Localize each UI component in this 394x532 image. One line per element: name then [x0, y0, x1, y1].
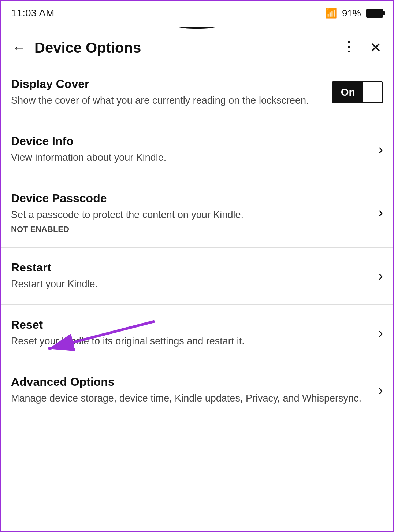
- more-options-button[interactable]: ⋮: [341, 41, 358, 54]
- reset-title: Reset: [11, 318, 371, 332]
- page-header: ← Device Options ⋮ ✕: [1, 32, 393, 64]
- back-arrow-icon: ←: [12, 40, 26, 55]
- swipe-handle-bar: [179, 26, 215, 29]
- display-cover-title: Display Cover: [11, 77, 324, 91]
- display-cover-toggle[interactable]: On: [332, 81, 383, 103]
- restart-chevron: ›: [378, 268, 383, 284]
- more-dots-icon: ⋮: [342, 39, 357, 54]
- advanced-options-title: Advanced Options: [11, 375, 371, 389]
- advanced-options-item[interactable]: Advanced Options Manage device storage, …: [1, 362, 393, 419]
- device-passcode-desc: Set a passcode to protect the content on…: [11, 208, 371, 222]
- settings-list: Display Cover Show the cover of what you…: [1, 64, 393, 419]
- device-passcode-title: Device Passcode: [11, 192, 371, 205]
- battery-icon: [366, 9, 383, 18]
- device-passcode-content: Device Passcode Set a passcode to protec…: [11, 192, 378, 234]
- wifi-icon: 📶: [325, 8, 337, 19]
- chevron-right-icon: ›: [378, 205, 383, 220]
- device-info-chevron: ›: [378, 142, 383, 158]
- status-right: 📶 91%: [325, 8, 383, 19]
- toggle-on-label: On: [333, 82, 363, 102]
- header-left: ← Device Options: [11, 40, 141, 56]
- reset-chevron: ›: [378, 325, 383, 341]
- display-cover-desc: Show the cover of what you are currently…: [11, 94, 324, 108]
- page-title: Device Options: [34, 40, 141, 56]
- device-passcode-item[interactable]: Device Passcode Set a passcode to protec…: [1, 178, 393, 248]
- chevron-right-icon: ›: [378, 142, 383, 157]
- display-cover-content: Display Cover Show the cover of what you…: [11, 77, 332, 108]
- display-cover-toggle-container: On: [332, 81, 383, 103]
- chevron-right-icon: ›: [378, 268, 383, 284]
- device-info-title: Device Info: [11, 134, 371, 148]
- header-right: ⋮ ✕: [341, 38, 383, 57]
- restart-item[interactable]: Restart Restart your Kindle. ›: [1, 248, 393, 305]
- status-time: 11:03 AM: [11, 7, 54, 19]
- display-cover-item[interactable]: Display Cover Show the cover of what you…: [1, 64, 393, 121]
- battery-percentage: 91%: [342, 8, 361, 19]
- device-info-item[interactable]: Device Info View information about your …: [1, 121, 393, 178]
- close-icon: ✕: [370, 40, 382, 55]
- chevron-right-icon: ›: [378, 325, 383, 341]
- chevron-right-icon: ›: [378, 383, 383, 398]
- toggle-off-area: [363, 82, 382, 102]
- restart-title: Restart: [11, 261, 371, 274]
- back-button[interactable]: ←: [11, 40, 27, 56]
- close-button[interactable]: ✕: [368, 38, 383, 57]
- swipe-handle: [1, 24, 393, 32]
- restart-desc: Restart your Kindle.: [11, 277, 371, 291]
- status-bar: 11:03 AM 📶 91%: [1, 1, 393, 24]
- advanced-options-content: Advanced Options Manage device storage, …: [11, 375, 378, 406]
- device-info-desc: View information about your Kindle.: [11, 151, 371, 165]
- device-passcode-status: NOT ENABLED: [11, 225, 371, 234]
- reset-content: Reset Reset your Kindle to its original …: [11, 318, 378, 348]
- advanced-options-desc: Manage device storage, device time, Kind…: [11, 392, 371, 406]
- device-info-content: Device Info View information about your …: [11, 134, 378, 165]
- advanced-options-chevron: ›: [378, 383, 383, 398]
- device-passcode-chevron: ›: [378, 205, 383, 221]
- reset-desc: Reset your Kindle to its original settin…: [11, 335, 371, 348]
- restart-content: Restart Restart your Kindle.: [11, 261, 378, 291]
- reset-item[interactable]: Reset Reset your Kindle to its original …: [1, 305, 393, 362]
